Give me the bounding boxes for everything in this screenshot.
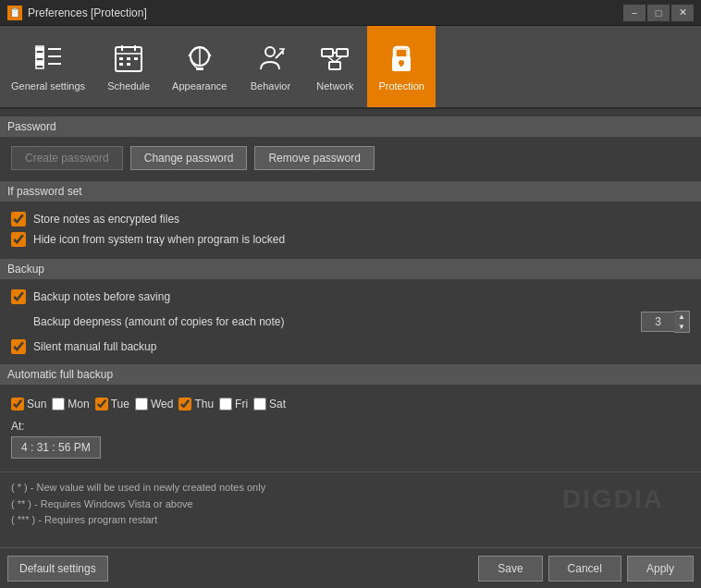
change-password-button[interactable]: Change password <box>130 146 248 170</box>
day-fri: Fri <box>219 398 248 410</box>
appearance-icon <box>183 42 216 75</box>
protection-label: Protection <box>378 80 424 92</box>
day-sat-label: Sat <box>269 398 286 410</box>
at-time-row: At: 4 : 31 : 56 PM <box>11 416 690 462</box>
backup-deepness-row: Backup deepness (amount of copies for ea… <box>11 307 690 337</box>
footer-note-2: ( ** ) - Requires Windows Vista or above <box>11 496 690 513</box>
automatic-backup-area: Automatic full backup Sun Mon Tue Wed <box>11 364 690 462</box>
toolbar: General settings Schedule <box>0 26 701 109</box>
schedule-icon <box>112 42 145 75</box>
day-fri-label: Fri <box>235 398 248 410</box>
app-icon: 📋 <box>7 6 22 20</box>
footer-note-3: ( *** ) - Requires program restart <box>11 512 690 529</box>
minimize-button[interactable]: − <box>623 5 646 21</box>
backup-before-saving-label: Backup notes before saving <box>33 290 170 303</box>
maximize-button[interactable]: □ <box>647 5 670 21</box>
day-mon-checkbox[interactable] <box>52 398 65 410</box>
svg-rect-20 <box>196 67 203 70</box>
toolbar-item-network[interactable]: Network <box>302 26 367 107</box>
svg-rect-17 <box>127 63 130 66</box>
backup-before-saving-checkbox[interactable] <box>11 289 26 304</box>
svg-point-21 <box>265 47 275 56</box>
toolbar-item-schedule[interactable]: Schedule <box>96 26 161 107</box>
backup-deepness-label: Backup deepness (amount of copies for ea… <box>33 315 633 328</box>
main-content: Password Create password Change password… <box>0 109 701 547</box>
network-icon <box>318 42 351 75</box>
svg-rect-25 <box>322 49 333 56</box>
day-sun-checkbox[interactable] <box>11 398 24 410</box>
day-sat-checkbox[interactable] <box>253 398 266 410</box>
svg-rect-16 <box>119 63 123 66</box>
silent-backup-checkbox[interactable] <box>11 339 26 354</box>
schedule-label: Schedule <box>107 80 150 92</box>
day-thu-checkbox[interactable] <box>178 398 191 410</box>
day-wed: Wed <box>135 398 173 410</box>
time-display[interactable]: 4 : 31 : 56 PM <box>11 436 101 459</box>
toolbar-item-behavior[interactable]: Behavior <box>238 26 302 107</box>
svg-rect-26 <box>337 49 348 56</box>
window-title: Preferences [Protection] <box>28 6 147 19</box>
day-wed-label: Wed <box>151 398 173 410</box>
days-row: Sun Mon Tue Wed Thu <box>11 392 690 416</box>
automatic-backup-label: Automatic full backup <box>0 364 701 385</box>
appearance-label: Appearance <box>172 80 227 92</box>
cancel-button[interactable]: Cancel <box>548 556 621 582</box>
general-icon <box>31 42 65 75</box>
title-bar: 📋 Preferences [Protection] − □ ✕ <box>0 0 701 26</box>
behavior-label: Behavior <box>251 80 290 92</box>
footer-note-1: ( * ) - New value will be used in newly … <box>11 480 690 496</box>
protection-icon <box>385 42 418 75</box>
store-encrypted-checkbox[interactable] <box>11 212 26 227</box>
if-password-section: If password set Store notes as encrypted… <box>0 181 701 259</box>
day-thu: Thu <box>178 398 214 410</box>
day-fri-checkbox[interactable] <box>219 398 232 410</box>
day-tue: Tue <box>95 398 129 410</box>
day-mon: Mon <box>52 398 89 410</box>
behavior-icon <box>253 42 287 75</box>
backup-deepness-input[interactable]: 3 <box>641 312 674 332</box>
day-mon-label: Mon <box>68 398 89 410</box>
spinner-down-arrow[interactable]: ▼ <box>674 322 689 332</box>
spinner-up-arrow[interactable]: ▲ <box>674 312 689 322</box>
hide-icon-checkbox[interactable] <box>11 232 26 247</box>
create-password-button[interactable]: Create password <box>11 146 123 170</box>
hide-icon-row: Hide icon from system tray when program … <box>11 229 690 250</box>
day-sat: Sat <box>253 398 286 410</box>
password-section-label: Password <box>0 116 701 137</box>
day-wed-checkbox[interactable] <box>135 398 148 410</box>
hide-icon-label: Hide icon from system tray when program … <box>33 233 285 246</box>
svg-rect-15 <box>134 57 138 60</box>
close-button[interactable]: ✕ <box>671 5 694 21</box>
if-password-label: If password set <box>0 181 701 202</box>
backup-deepness-spinner: 3 ▲ ▼ <box>641 311 690 333</box>
toolbar-item-appearance[interactable]: Appearance <box>161 26 238 107</box>
network-label: Network <box>316 80 353 92</box>
save-button[interactable]: Save <box>478 556 542 582</box>
day-tue-checkbox[interactable] <box>95 398 108 410</box>
password-section: Password Create password Change password… <box>0 109 701 181</box>
default-settings-button[interactable]: Default settings <box>7 556 108 582</box>
day-sun: Sun <box>11 398 46 410</box>
remove-password-button[interactable]: Remove password <box>254 146 374 170</box>
silent-backup-label: Silent manual full backup <box>33 340 156 353</box>
apply-button[interactable]: Apply <box>627 556 694 582</box>
store-encrypted-row: Store notes as encrypted files <box>11 209 690 229</box>
backup-section-label: Backup <box>0 259 701 279</box>
bottom-bar: Default settings Save Cancel Apply <box>0 547 701 588</box>
backup-before-saving-row: Backup notes before saving <box>11 287 690 307</box>
day-tue-label: Tue <box>111 398 129 410</box>
silent-backup-row: Silent manual full backup <box>11 337 690 357</box>
bottom-right-buttons: Save Cancel Apply <box>478 556 694 582</box>
svg-rect-13 <box>119 57 123 60</box>
store-encrypted-label: Store notes as encrypted files <box>33 213 179 226</box>
backup-section: Backup Backup notes before saving Backup… <box>0 259 701 472</box>
at-label: At: <box>11 420 690 433</box>
svg-line-22 <box>276 51 283 58</box>
toolbar-item-general[interactable]: General settings <box>0 26 96 107</box>
svg-rect-14 <box>127 57 130 60</box>
footer-notes: ( * ) - New value will be used in newly … <box>0 472 701 536</box>
day-thu-label: Thu <box>194 398 214 410</box>
toolbar-item-protection[interactable]: Protection <box>367 26 436 107</box>
day-sun-label: Sun <box>27 398 46 410</box>
general-label: General settings <box>11 80 85 92</box>
